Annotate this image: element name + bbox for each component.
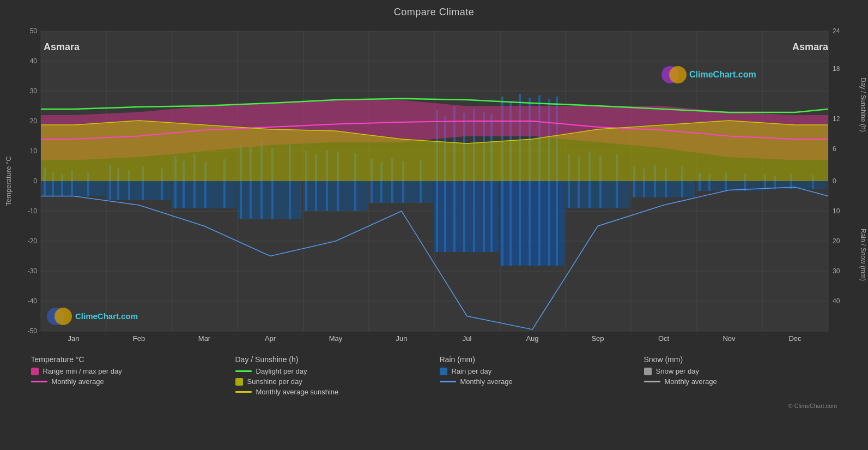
svg-text:40: 40 bbox=[30, 57, 38, 65]
svg-text:-50: -50 bbox=[28, 327, 38, 335]
svg-text:Jun: Jun bbox=[396, 334, 408, 343]
svg-rect-84 bbox=[631, 181, 695, 197]
temp-range-swatch bbox=[31, 368, 39, 375]
svg-text:Jan: Jan bbox=[68, 334, 80, 343]
rain-monthly-line bbox=[440, 381, 456, 382]
svg-text:12: 12 bbox=[833, 115, 840, 123]
snow-monthly-line bbox=[644, 381, 660, 382]
daylight-line bbox=[235, 370, 252, 372]
main-chart: 50 40 30 20 10 0 -10 -20 -30 -40 -50 24 … bbox=[0, 20, 868, 347]
svg-text:30: 30 bbox=[833, 267, 840, 275]
rain-swatch bbox=[440, 368, 447, 375]
legend-sunshine-avg: Monthly average sunshine bbox=[235, 388, 429, 396]
svg-text:Asmara: Asmara bbox=[44, 41, 80, 52]
legend-sunshine-per-day: Sunshine per day bbox=[235, 377, 429, 386]
svg-rect-56 bbox=[369, 181, 433, 203]
svg-text:50: 50 bbox=[30, 27, 38, 35]
legend-snow-monthly-label: Monthly average bbox=[665, 377, 717, 386]
svg-text:-40: -40 bbox=[28, 297, 38, 305]
legend-rain-per-day: Rain per day bbox=[440, 367, 633, 375]
svg-point-144 bbox=[669, 66, 687, 83]
legend-sunshine-per-day-label: Sunshine per day bbox=[247, 377, 302, 386]
chart-wrapper: 50 40 30 20 10 0 -10 -20 -30 -40 -50 24 … bbox=[0, 20, 868, 347]
sunshine-avg-line bbox=[235, 391, 252, 393]
svg-text:Aug: Aug bbox=[526, 334, 538, 343]
svg-text:20: 20 bbox=[30, 117, 38, 125]
svg-text:-20: -20 bbox=[28, 237, 38, 245]
legend-temp-monthly: Monthly average bbox=[31, 377, 224, 386]
svg-text:10: 10 bbox=[833, 207, 840, 215]
svg-text:Jul: Jul bbox=[463, 334, 472, 343]
svg-text:Nov: Nov bbox=[723, 334, 736, 343]
svg-text:Feb: Feb bbox=[133, 334, 145, 343]
svg-rect-44 bbox=[238, 181, 302, 219]
svg-text:-30: -30 bbox=[28, 267, 38, 275]
legend-rain-title: Rain (mm) bbox=[440, 355, 633, 364]
chart-title: Compare Climate bbox=[394, 7, 475, 18]
svg-text:6: 6 bbox=[833, 145, 836, 153]
svg-text:0: 0 bbox=[833, 177, 836, 185]
legend-temperature: Temperature °C Range min / max per day M… bbox=[31, 353, 224, 400]
legend-rain-monthly: Monthly average bbox=[440, 377, 633, 386]
legend-daylight: Daylight per day bbox=[235, 367, 429, 375]
legend-sunshine-avg-label: Monthly average sunshine bbox=[256, 388, 339, 396]
legend-sunshine-title: Day / Sunshine (h) bbox=[235, 355, 429, 364]
sunshine-swatch bbox=[235, 378, 243, 386]
svg-text:20: 20 bbox=[833, 237, 840, 245]
legend-snow-title: Snow (mm) bbox=[644, 355, 837, 364]
legend-rain: Rain (mm) Rain per day Monthly average bbox=[440, 353, 633, 400]
svg-text:Asmara: Asmara bbox=[792, 41, 829, 52]
svg-point-141 bbox=[54, 308, 72, 325]
copyright: © ClimeChart.com bbox=[31, 403, 837, 409]
svg-text:Dec: Dec bbox=[788, 334, 802, 343]
svg-text:Oct: Oct bbox=[658, 334, 670, 343]
svg-text:Apr: Apr bbox=[265, 334, 276, 343]
legend-snow: Snow (mm) Snow per day Monthly average bbox=[644, 353, 837, 400]
svg-text:ClimeChart.com: ClimeChart.com bbox=[75, 311, 138, 321]
svg-text:10: 10 bbox=[30, 147, 38, 155]
svg-text:30: 30 bbox=[30, 87, 38, 95]
svg-text:24: 24 bbox=[833, 27, 840, 35]
svg-rect-78 bbox=[566, 181, 630, 208]
svg-text:May: May bbox=[329, 334, 343, 343]
legend-temp-range: Range min / max per day bbox=[31, 367, 224, 375]
svg-text:40: 40 bbox=[833, 297, 840, 305]
svg-text:Rain / Snow (mm): Rain / Snow (mm) bbox=[859, 229, 867, 281]
svg-text:ClimeChart.com: ClimeChart.com bbox=[689, 70, 756, 79]
svg-text:0: 0 bbox=[33, 177, 37, 185]
legend-rain-per-day-label: Rain per day bbox=[452, 367, 492, 375]
svg-rect-50 bbox=[304, 181, 368, 211]
legend-snow-per-day: Snow per day bbox=[644, 367, 837, 375]
svg-text:Mar: Mar bbox=[198, 334, 211, 343]
temp-monthly-line bbox=[31, 381, 47, 382]
legend-temp-monthly-label: Monthly average bbox=[52, 377, 104, 386]
svg-text:Sep: Sep bbox=[591, 334, 604, 343]
svg-text:18: 18 bbox=[833, 65, 840, 73]
legend-area: Temperature °C Range min / max per day M… bbox=[26, 353, 843, 400]
svg-text:Temperature °C: Temperature °C bbox=[4, 156, 13, 206]
svg-rect-62 bbox=[434, 181, 499, 252]
legend-snow-monthly: Monthly average bbox=[644, 377, 837, 386]
snow-swatch bbox=[644, 368, 652, 375]
svg-text:-10: -10 bbox=[28, 207, 38, 215]
legend-temp-title: Temperature °C bbox=[31, 355, 224, 364]
svg-text:Day / Sunshine (h): Day / Sunshine (h) bbox=[859, 77, 867, 131]
legend-sunshine: Day / Sunshine (h) Daylight per day Suns… bbox=[235, 353, 429, 400]
legend-snow-per-day-label: Snow per day bbox=[656, 367, 700, 375]
legend-daylight-label: Daylight per day bbox=[256, 367, 307, 375]
page-container: Compare Climate bbox=[0, 0, 868, 450]
legend-rain-monthly-label: Monthly average bbox=[460, 377, 513, 386]
legend-temp-range-label: Range min / max per day bbox=[43, 367, 122, 375]
